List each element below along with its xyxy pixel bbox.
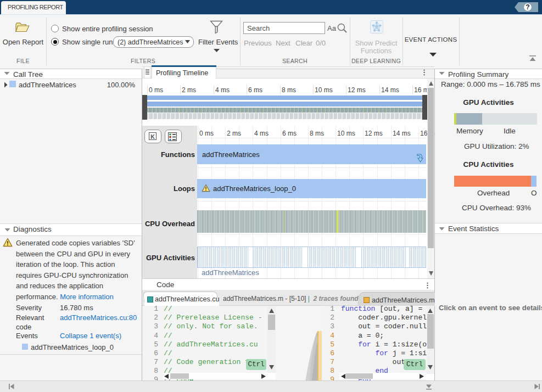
svg-text:?: ?	[526, 3, 529, 11]
